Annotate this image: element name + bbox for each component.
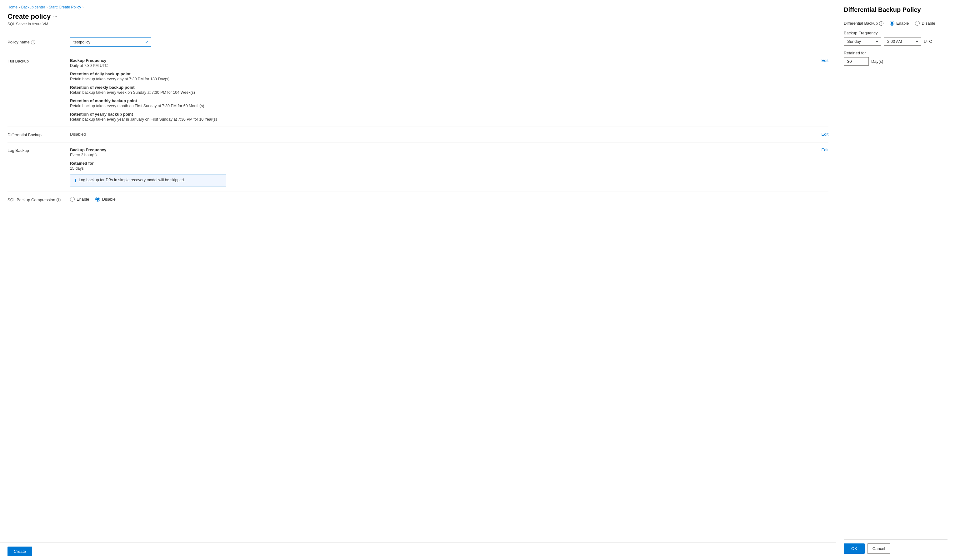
right-panel-title: Differential Backup Policy [844, 6, 947, 13]
retained-for-label: Retained for [844, 51, 947, 55]
diff-enable-radio[interactable] [890, 21, 894, 26]
sql-backup-compression-radio-group: Enable Disable [70, 197, 828, 202]
page-header: Create policy ··· [8, 13, 828, 20]
policy-name-input-wrap: ✓ [70, 38, 151, 47]
sql-compression-disable-radio[interactable] [96, 197, 100, 202]
more-options-icon[interactable]: ··· [53, 14, 57, 19]
retention-weekly-title: Retention of weekly backup point [70, 85, 817, 90]
log-backup-retained-title: Retained for [70, 161, 817, 166]
info-icon: ℹ [75, 178, 76, 183]
sql-backup-compression-info-icon[interactable]: i [56, 198, 61, 202]
full-backup-frequency-value: Daily at 7:30 PM UTC [70, 63, 817, 68]
retention-yearly-value: Retain backup taken every year in Januar… [70, 117, 817, 122]
log-backup-frequency-value: Every 2 hour(s) [70, 153, 817, 157]
ok-button[interactable]: OK [844, 543, 865, 554]
policy-name-row: Policy name i ✓ [8, 34, 828, 53]
full-backup-content: Backup Frequency Daily at 7:30 PM UTC Re… [70, 58, 817, 122]
policy-name-info-icon[interactable]: i [31, 40, 35, 44]
frequency-controls: Sunday Monday Tuesday Wednesday Thursday… [844, 37, 947, 45]
retained-controls: Day(s) [844, 57, 947, 66]
sql-compression-disable-option[interactable]: Disable [96, 197, 115, 202]
sql-backup-compression-label: SQL Backup Compression i [8, 197, 70, 202]
retention-weekly-value: Retain backup taken every week on Sunday… [70, 90, 817, 95]
retention-yearly-title: Retention of yearly backup point [70, 112, 817, 117]
full-backup-edit-button[interactable]: Edit [822, 58, 828, 63]
sql-backup-compression-content: Enable Disable [70, 197, 828, 202]
utc-label: UTC [924, 39, 932, 44]
backup-frequency-row: Backup Frequency Sunday Monday Tuesday W… [844, 31, 947, 45]
log-backup-info-text: Log backup for DBs in simple recovery mo… [79, 178, 185, 182]
diff-disable-radio[interactable] [915, 21, 920, 26]
backup-frequency-label: Backup Frequency [844, 31, 947, 35]
day-select[interactable]: Sunday Monday Tuesday Wednesday Thursday… [844, 37, 881, 45]
differential-backup-section: Differential Backup Disabled Edit [8, 127, 828, 142]
retention-daily-title: Retention of daily backup point [70, 72, 817, 76]
differential-backup-label: Differential Backup [8, 132, 70, 137]
full-backup-frequency-title: Backup Frequency [70, 58, 817, 63]
time-select[interactable]: 12:00 AM 1:00 AM 2:00 AM 3:00 AM 4:00 AM… [884, 37, 921, 45]
right-panel-content: Differential Backup Policy Differential … [844, 6, 947, 540]
sql-backup-compression-section: SQL Backup Compression i Enable Disable [8, 192, 828, 207]
retention-daily-value: Retain backup taken every day at 7:30 PM… [70, 77, 817, 81]
log-backup-retained-value: 15 days [70, 166, 817, 171]
create-button[interactable]: Create [8, 547, 32, 556]
diff-backup-enable-row: Differential Backup i Enable Disable [844, 21, 947, 26]
log-backup-label: Log Backup [8, 147, 70, 153]
right-panel-footer: OK Cancel [844, 540, 947, 554]
sql-compression-enable-radio[interactable] [70, 197, 75, 202]
input-check-icon: ✓ [145, 40, 149, 45]
right-panel: Differential Backup Policy Differential … [836, 0, 955, 560]
page-subtitle: SQL Server in Azure VM [8, 22, 828, 26]
diff-backup-info-icon[interactable]: i [879, 21, 883, 26]
differential-backup-status: Disabled [70, 132, 86, 136]
policy-name-label: Policy name i [8, 40, 70, 44]
diff-backup-label: Differential Backup i [844, 21, 883, 26]
page-title: Create policy [8, 13, 51, 20]
diff-disable-option[interactable]: Disable [915, 21, 935, 26]
differential-backup-edit-button[interactable]: Edit [822, 132, 828, 136]
breadcrumb-backup-center[interactable]: Backup center [21, 5, 45, 9]
retention-monthly-title: Retention of monthly backup point [70, 99, 817, 103]
diff-enable-radio-group: Enable Disable [890, 21, 935, 26]
retention-monthly-value: Retain backup taken every month on First… [70, 104, 817, 108]
full-backup-label: Full Backup [8, 58, 70, 63]
full-backup-section: Full Backup Backup Frequency Daily at 7:… [8, 53, 828, 127]
sql-compression-enable-option[interactable]: Enable [70, 197, 89, 202]
log-backup-section: Log Backup Backup Frequency Every 2 hour… [8, 142, 828, 192]
day-select-wrap: Sunday Monday Tuesday Wednesday Thursday… [844, 37, 881, 45]
retained-for-row: Retained for Day(s) [844, 51, 947, 66]
policy-name-input[interactable] [70, 38, 151, 47]
breadcrumb-start-create-policy[interactable]: Start: Create Policy [49, 5, 81, 9]
footer-bar: Create [0, 543, 836, 560]
differential-backup-content: Disabled [70, 132, 817, 136]
breadcrumb: Home › Backup center › Start: Create Pol… [8, 5, 828, 9]
diff-enable-option[interactable]: Enable [890, 21, 909, 26]
log-backup-content: Backup Frequency Every 2 hour(s) Retaine… [70, 147, 817, 186]
cancel-button[interactable]: Cancel [867, 543, 890, 554]
breadcrumb-home[interactable]: Home [8, 5, 17, 9]
day-label: Day(s) [871, 59, 883, 64]
log-backup-info-box: ℹ Log backup for DBs in simple recovery … [70, 174, 226, 186]
log-backup-frequency-title: Backup Frequency [70, 147, 817, 152]
time-select-wrap: 12:00 AM 1:00 AM 2:00 AM 3:00 AM 4:00 AM… [884, 37, 921, 45]
retained-input[interactable] [844, 57, 869, 66]
log-backup-edit-button[interactable]: Edit [822, 147, 828, 152]
